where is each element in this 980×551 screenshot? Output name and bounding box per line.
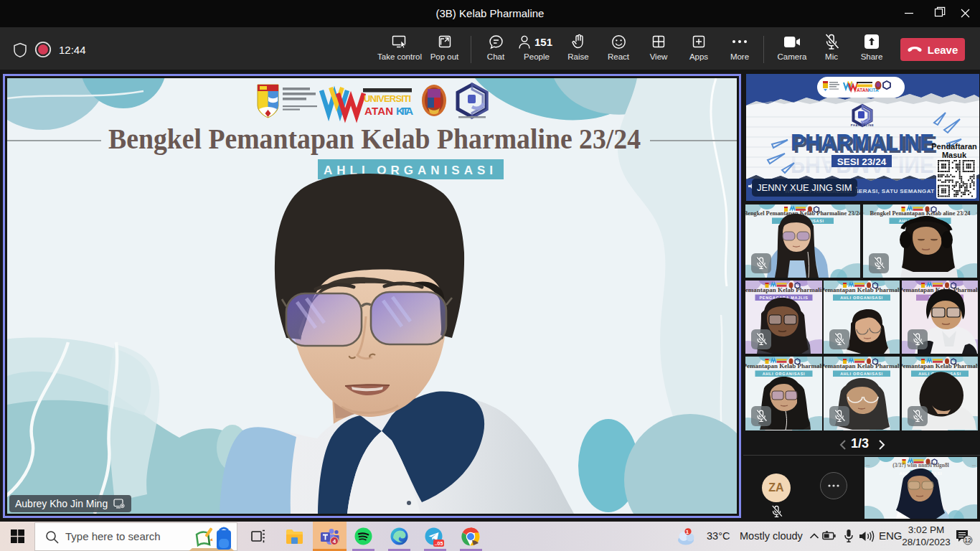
- svg-text:Masuk: Masuk: [942, 151, 967, 159]
- svg-text:KITA: KITA: [396, 105, 413, 117]
- svg-text:gkel Pemantapan Kelab Pharmali: gkel Pemantapan Kelab Pharmaline 23: [902, 362, 978, 369]
- svg-text:..05: ..05: [435, 541, 443, 546]
- svg-text:Bengkel Pemantapan Kelab Pharm: Bengkel Pemantapan Kelab Pharmaline 23/2…: [108, 123, 641, 155]
- svg-text:ATAN: ATAN: [364, 105, 393, 117]
- svg-text:1: 1: [686, 529, 689, 535]
- svg-text:PHARMALINE: PHARMALINE: [851, 123, 875, 127]
- svg-text:4: 4: [333, 538, 336, 545]
- svg-text:(3/3?) wlin nnn9I lxlgn8l: (3/3?) wlin nnn9I lxlgn8l: [892, 462, 949, 468]
- svg-text:kel Pemantapan Kelab Pharmalin: kel Pemantapan Kelab Pharmaline 23: [745, 286, 822, 293]
- svg-text:AHLI ORGANISASI: AHLI ORGANISASI: [763, 372, 806, 376]
- svg-text:12: 12: [964, 537, 971, 544]
- svg-text:gkel Pemantapan Kelab Pharmali: gkel Pemantapan Kelab Pharmaline 23: [745, 362, 822, 369]
- svg-text:UNIVERSITI: UNIVERSITI: [364, 93, 411, 104]
- svg-text:gkel Pemantapan Kelab Pharmali: gkel Pemantapan Kelab Pharmaline 23: [824, 362, 900, 369]
- svg-text:SESI 23/24: SESI 23/24: [837, 156, 887, 167]
- svg-text:AHLI ORGANISASI: AHLI ORGANISASI: [840, 372, 883, 376]
- svg-text:AHLI ORGANISASI: AHLI ORGANISASI: [840, 296, 883, 300]
- svg-text:Pendaftaran: Pendaftaran: [931, 142, 977, 151]
- svg-text:ATAN: ATAN: [857, 88, 869, 93]
- svg-text:gkel Pemantapan Kelab Pharmali: gkel Pemantapan Kelab Pharmaline 23: [824, 286, 900, 293]
- svg-text:Bengkel Pemantapan Kelab: Bengkel Pemantapan Kelab aline 23/24: [870, 210, 971, 217]
